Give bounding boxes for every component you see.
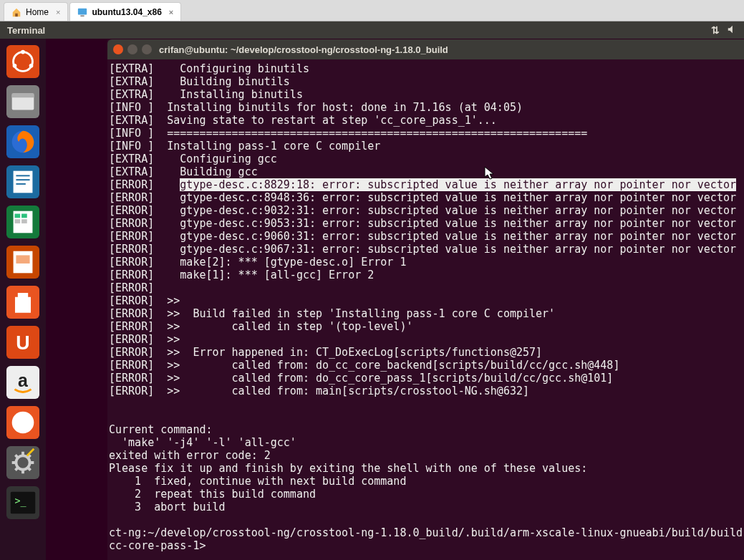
terminal-line: 3 abort build xyxy=(109,501,743,513)
svg-rect-21 xyxy=(21,214,27,218)
terminal-line xyxy=(109,410,743,423)
terminal-line: [INFO ] Installing pass-1 core C compile… xyxy=(109,140,743,153)
terminal-line: cc-core-pass-1> xyxy=(109,539,743,552)
svg-point-6 xyxy=(13,64,17,68)
terminal-line: [ERROR] gtype-desc.c:9053:31: error: sub… xyxy=(109,217,743,230)
terminal-body[interactable]: [EXTRA] Configuring binutils[EXTRA] Buil… xyxy=(107,59,744,560)
svg-text:>_: >_ xyxy=(15,496,27,507)
window-close-button[interactable] xyxy=(113,44,123,54)
svg-rect-15 xyxy=(16,175,29,176)
terminal-line: [ERROR] >> xyxy=(109,333,743,346)
window-minimize-button[interactable] xyxy=(127,44,137,54)
terminal-window: crifan@ubuntu: ~/develop/crosstool-ng/cr… xyxy=(107,39,744,560)
terminal-line: [EXTRA] Building binutils xyxy=(109,75,743,88)
software-center-icon[interactable] xyxy=(4,284,42,321)
terminal-line: [ERROR] gtype-desc.c:8948:36: error: sub… xyxy=(109,191,743,204)
svg-point-34 xyxy=(12,412,34,434)
svg-rect-14 xyxy=(14,171,33,193)
highlighted-text: gtype-desc.c:8829:18: error: subscripted… xyxy=(180,178,736,191)
close-icon[interactable]: × xyxy=(56,8,60,16)
terminal-line: [ERROR] >> Build failed in step 'Install… xyxy=(109,307,743,320)
amazon-icon[interactable]: a xyxy=(4,364,42,401)
terminal-line: Please fix it up and finish by exiting t… xyxy=(109,462,743,475)
svg-rect-23 xyxy=(21,219,27,223)
terminal-line: [ERROR] >> called from: do_cc_core_pass_… xyxy=(109,372,743,385)
svg-text:a: a xyxy=(18,370,29,390)
terminal-titlebar[interactable]: crifan@ubuntu: ~/develop/crosstool-ng/cr… xyxy=(107,39,744,59)
svg-rect-10 xyxy=(12,94,34,98)
terminal-line: ct-ng:~/develop/crosstool-ng/crosstool-n… xyxy=(109,526,743,539)
monitor-icon xyxy=(77,7,87,17)
tab-home[interactable]: Home × xyxy=(4,2,68,21)
terminal-line: [EXTRA] Configuring binutils xyxy=(109,62,743,75)
dash-icon[interactable] xyxy=(4,43,42,80)
ubuntuone-icon[interactable]: U xyxy=(4,324,42,361)
settings-icon[interactable] xyxy=(4,444,42,481)
menubar: Terminal ⇅ xyxy=(0,21,744,39)
terminal-line xyxy=(109,397,743,410)
terminal-title: crifan@ubuntu: ~/develop/crosstool-ng/cr… xyxy=(159,44,448,55)
terminal-line: [EXTRA] Installing binutils xyxy=(109,88,743,101)
terminal-line: [ERROR] xyxy=(109,281,743,294)
terminal-line: [ERROR] >> Error happened in: CT_DoExecL… xyxy=(109,346,743,359)
browser-tabs: Home × ubuntu13.04_x86 × xyxy=(0,0,744,21)
svg-rect-0 xyxy=(15,13,18,16)
svg-rect-28 xyxy=(16,298,29,312)
terminal-line: 'make' '-j4' '-l' 'all-gcc' xyxy=(109,436,743,449)
terminal-line: exited with error code: 2 xyxy=(109,449,743,462)
terminal-line: [INFO ] Installing binutils for host: do… xyxy=(109,101,743,114)
terminal-line: [ERROR] >> called from: do_cc_core_backe… xyxy=(109,359,743,372)
terminal-line: [EXTRA] Saving state to restart at step … xyxy=(109,114,743,127)
terminal-line: [ERROR] make[2]: *** [gtype-desc.o] Erro… xyxy=(109,256,743,269)
svg-rect-20 xyxy=(15,214,21,218)
terminal-line: [ERROR] make[1]: *** [all-gcc] Error 2 xyxy=(109,269,743,281)
svg-rect-22 xyxy=(15,219,21,223)
terminal-line: 2 repeat this build command xyxy=(109,488,743,501)
terminal-line: [ERROR] >> xyxy=(109,294,743,307)
window-maximize-button[interactable] xyxy=(142,44,152,54)
terminal-line: [EXTRA] Configuring gcc xyxy=(109,153,743,165)
tab-ubuntu-vm[interactable]: ubuntu13.04_x86 × xyxy=(69,2,181,21)
svg-rect-17 xyxy=(16,183,25,185)
terminal-line: [ERROR] gtype-desc.c:9060:31: error: sub… xyxy=(109,230,743,243)
terminal-line: [ERROR] gtype-desc.c:9032:31: error: sub… xyxy=(109,204,743,217)
sound-icon[interactable] xyxy=(727,24,737,37)
terminal-icon[interactable]: >_ xyxy=(4,484,42,521)
music-icon[interactable] xyxy=(4,404,42,441)
svg-point-7 xyxy=(29,64,34,68)
terminal-line xyxy=(109,513,743,526)
terminal-line: [ERROR] gtype-desc.c:9067:31: error: sub… xyxy=(109,243,743,256)
writer-icon[interactable] xyxy=(4,163,42,201)
svg-rect-35 xyxy=(6,446,39,479)
firefox-icon[interactable] xyxy=(4,123,42,160)
home-icon xyxy=(11,7,21,17)
network-icon[interactable]: ⇅ xyxy=(711,24,720,36)
terminal-line: [ERROR] >> called in step '(top-level)' xyxy=(109,320,743,333)
impress-icon[interactable] xyxy=(4,243,42,281)
close-icon[interactable]: × xyxy=(169,8,173,16)
files-icon[interactable] xyxy=(4,83,42,120)
svg-rect-2 xyxy=(81,15,84,16)
svg-rect-26 xyxy=(16,255,29,264)
calc-icon[interactable] xyxy=(4,203,42,241)
terminal-line: [ERROR] gtype-desc.c:8829:18: error: sub… xyxy=(109,178,743,191)
svg-text:U: U xyxy=(16,332,29,354)
terminal-line: [EXTRA] Building gcc xyxy=(109,165,743,178)
svg-point-5 xyxy=(21,50,25,54)
terminal-line: Current command: xyxy=(109,423,743,436)
terminal-line: [ERROR] >> called from: main[scripts/cro… xyxy=(109,385,743,397)
svg-rect-1 xyxy=(78,8,87,14)
terminal-line: 1 fixed, continue with next build comman… xyxy=(109,475,743,488)
launcher: U a >_ xyxy=(0,39,46,560)
terminal-line: [INFO ] ================================… xyxy=(109,127,743,140)
tab-label: Home xyxy=(26,7,49,17)
tab-label: ubuntu13.04_x86 xyxy=(92,7,161,17)
app-title: Terminal xyxy=(7,25,45,36)
svg-rect-16 xyxy=(16,179,29,180)
